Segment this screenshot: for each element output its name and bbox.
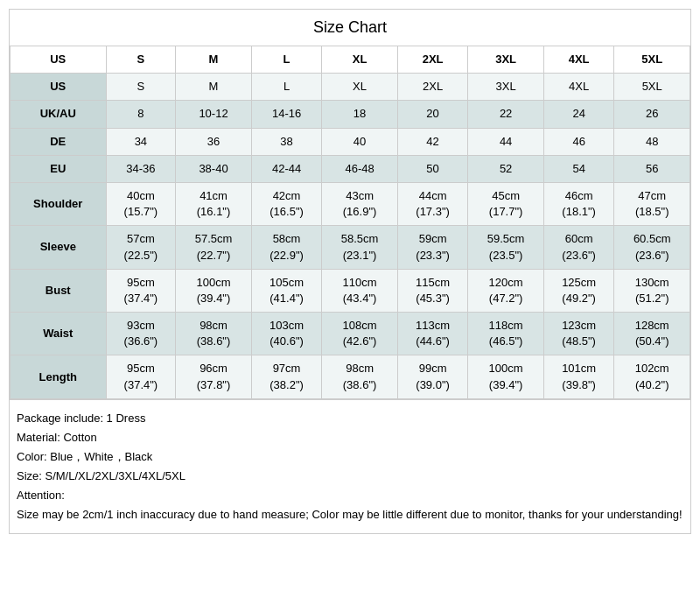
table-row: Length95cm (37.4")96cm (37.8")97cm (38.2… <box>10 355 690 398</box>
table-cell: 52 <box>468 155 544 182</box>
table-cell: 14-16 <box>251 101 322 128</box>
table-cell: 110cm (43.4") <box>322 269 398 312</box>
table-cell: 2XL <box>397 74 468 101</box>
table-cell: M <box>176 74 252 101</box>
table-cell: XL <box>322 74 398 101</box>
size-table: USSMLXL2XL3XL4XL5XL USSMLXL2XL3XL4XL5XLU… <box>10 46 690 399</box>
table-cell: 46-48 <box>322 155 398 182</box>
table-row: Sleeve57cm (22.5")57.5cm (22.7")58cm (22… <box>10 226 690 269</box>
table-cell: 34 <box>106 128 176 155</box>
table-cell: 46 <box>543 128 614 155</box>
table-cell: 103cm (40.6") <box>251 313 322 355</box>
table-cell: 38-40 <box>176 155 252 182</box>
table-cell: 46cm (18.1") <box>543 182 614 225</box>
table-cell: 98cm (38.6") <box>322 355 398 398</box>
table-cell: 47cm (18.5") <box>614 182 690 225</box>
table-cell: 57.5cm (22.7") <box>176 226 252 269</box>
table-cell: 42-44 <box>251 155 322 182</box>
table-cell: 98cm (38.6") <box>176 313 252 355</box>
header-cell: M <box>176 46 252 74</box>
table-cell: 96cm (37.8") <box>176 355 252 398</box>
table-cell: 102cm (40.2") <box>614 355 690 398</box>
header-cell: S <box>106 46 176 74</box>
table-cell: 10-12 <box>176 101 252 128</box>
table-cell: 57cm (22.5") <box>106 226 176 269</box>
table-cell: 58cm (22.9") <box>251 226 322 269</box>
table-cell: 42cm (16.5") <box>251 182 322 225</box>
chart-title: Size Chart <box>10 10 690 46</box>
table-cell: 123cm (48.5") <box>543 313 614 355</box>
notes-line1: Package include: 1 Dress <box>17 409 683 428</box>
table-row: Shoulder40cm (15.7")41cm (16.1")42cm (16… <box>10 182 690 225</box>
row-label: US <box>10 74 107 101</box>
table-row: DE3436384042444648 <box>10 128 690 155</box>
table-cell: S <box>106 74 176 101</box>
table-cell: 8 <box>106 101 176 128</box>
notes-line2: Material: Cotton <box>17 428 683 447</box>
table-cell: 105cm (41.4") <box>251 269 322 312</box>
table-cell: 41cm (16.1") <box>176 182 252 225</box>
table-cell: 40 <box>322 128 398 155</box>
table-cell: 20 <box>397 101 468 128</box>
table-cell: 95cm (37.4") <box>106 269 176 312</box>
row-label: Sleeve <box>10 226 107 269</box>
table-cell: 113cm (44.6") <box>397 313 468 355</box>
table-cell: 108cm (42.6") <box>322 313 398 355</box>
header-cell: 3XL <box>468 46 544 74</box>
table-cell: 58.5cm (23.1") <box>322 226 398 269</box>
header-cell: 2XL <box>397 46 468 74</box>
table-cell: 99cm (39.0") <box>397 355 468 398</box>
table-cell: 100cm (39.4") <box>176 269 252 312</box>
table-cell: 95cm (37.4") <box>106 355 176 398</box>
table-row: USSMLXL2XL3XL4XL5XL <box>10 74 690 101</box>
header-cell: US <box>10 46 107 74</box>
row-label: UK/AU <box>10 101 107 128</box>
row-label: DE <box>10 128 107 155</box>
table-cell: L <box>251 74 322 101</box>
notes-line6: Size may be 2cm/1 inch inaccuracy due to… <box>17 505 683 524</box>
table-cell: 60.5cm (23.6") <box>614 226 690 269</box>
table-cell: 100cm (39.4") <box>468 355 544 398</box>
table-cell: 36 <box>176 128 252 155</box>
table-cell: 93cm (36.6") <box>106 313 176 355</box>
table-cell: 18 <box>322 101 398 128</box>
table-row: EU34-3638-4042-4446-4850525456 <box>10 155 690 182</box>
table-cell: 60cm (23.6") <box>543 226 614 269</box>
table-cell: 115cm (45.3") <box>397 269 468 312</box>
table-row: UK/AU810-1214-161820222426 <box>10 101 690 128</box>
table-cell: 26 <box>614 101 690 128</box>
table-cell: 50 <box>397 155 468 182</box>
table-cell: 120cm (47.2") <box>468 269 544 312</box>
table-row: Bust95cm (37.4")100cm (39.4")105cm (41.4… <box>10 269 690 312</box>
notes-line5: Attention: <box>17 486 683 505</box>
table-cell: 3XL <box>468 74 544 101</box>
notes-line3: Color: Blue，White，Black <box>17 447 683 467</box>
table-cell: 5XL <box>614 74 690 101</box>
row-label: EU <box>10 155 107 182</box>
table-cell: 48 <box>614 128 690 155</box>
table-cell: 97cm (38.2") <box>251 355 322 398</box>
table-cell: 56 <box>614 155 690 182</box>
row-label: Bust <box>10 269 107 312</box>
table-cell: 40cm (15.7") <box>106 182 176 225</box>
notes-line4: Size: S/M/L/XL/2XL/3XL/4XL/5XL <box>17 467 683 486</box>
table-row: Waist93cm (36.6")98cm (38.6")103cm (40.6… <box>10 313 690 355</box>
table-cell: 34-36 <box>106 155 176 182</box>
table-cell: 22 <box>468 101 544 128</box>
table-cell: 59.5cm (23.5") <box>468 226 544 269</box>
table-cell: 44cm (17.3") <box>397 182 468 225</box>
table-cell: 59cm (23.3") <box>397 226 468 269</box>
table-cell: 54 <box>543 155 614 182</box>
size-chart-container: Size Chart USSMLXL2XL3XL4XL5XL USSMLXL2X… <box>9 9 691 534</box>
header-cell: L <box>251 46 322 74</box>
table-cell: 24 <box>543 101 614 128</box>
table-cell: 42 <box>397 128 468 155</box>
table-cell: 128cm (50.4") <box>614 313 690 355</box>
table-cell: 101cm (39.8") <box>543 355 614 398</box>
header-cell: XL <box>322 46 398 74</box>
table-cell: 45cm (17.7") <box>468 182 544 225</box>
table-cell: 125cm (49.2") <box>543 269 614 312</box>
header-cell: 5XL <box>614 46 690 74</box>
row-label: Length <box>10 355 107 398</box>
notes-section: Package include: 1 Dress Material: Cotto… <box>10 399 690 534</box>
